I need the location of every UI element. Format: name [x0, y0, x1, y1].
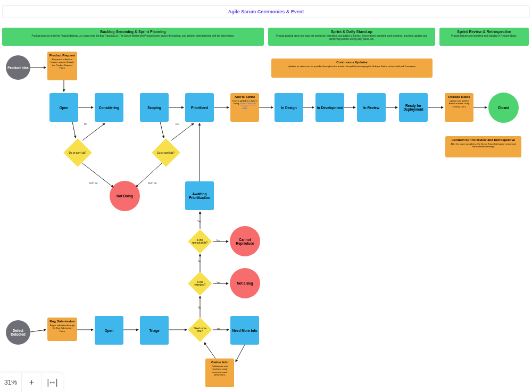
lbl-do-1: Do — [84, 123, 87, 126]
node-cannot-reproduce: Cannot Reproduce — [230, 226, 260, 256]
note-release-notes-title: Release Notes — [447, 95, 471, 98]
zoom-percent[interactable]: 31% — [0, 379, 21, 386]
note-bug-submission-desc: Bug is submitted through the Bug Submiss… — [49, 324, 75, 332]
note-add-sprint: Add to Sprint Item is added to a Sprint … — [230, 93, 259, 122]
lbl-do-2: Do — [176, 123, 179, 126]
zoom-in-button[interactable]: + — [21, 373, 41, 392]
lbl-no-3: No — [198, 306, 201, 309]
svg-line-24 — [30, 330, 46, 332]
diagram-canvas[interactable]: Agile Scrum Ceremonies & Event Backlog G… — [0, 0, 532, 392]
node-awaiting: Awaiting Prioritization — [185, 181, 214, 210]
note-conduct-review: Conduct Sprint Review and Retrospective … — [445, 136, 521, 157]
lbl-yes-1: Yes — [197, 220, 201, 223]
svg-line-29 — [204, 343, 215, 358]
arrows-layer — [0, 0, 532, 392]
band-sprint: Sprint & Daily Stand-up Product backlog … — [268, 28, 435, 46]
node-open: Open — [49, 93, 78, 122]
node-prioritized: Prioritized — [185, 93, 214, 122]
band-sprint-desc: Product backlog items and bugs are prior… — [271, 35, 432, 40]
decision-do1: Do or don't do? — [63, 138, 92, 167]
svg-line-14 — [171, 123, 194, 140]
lbl-dontdo-2: Don't do — [148, 182, 157, 185]
node-open2: Open — [95, 316, 123, 345]
note-gather-info: Gather Info Collaborate with requestor u… — [205, 358, 234, 387]
band-review-title: Sprint Review & Retrospective — [443, 30, 526, 34]
node-product-idea: Product Idea — [6, 55, 30, 80]
node-ready-deploy: Ready for Deployment — [399, 93, 428, 122]
svg-line-15 — [82, 163, 113, 187]
node-considering: Considering — [95, 93, 123, 122]
svg-line-12 — [160, 122, 164, 138]
note-product-request-title: Product Request — [49, 54, 75, 57]
lbl-yes-3: Yes — [217, 328, 220, 330]
node-in-design: In Design — [275, 93, 303, 122]
note-conduct-review-desc: After the sprint completes, the Scrum Te… — [447, 143, 519, 148]
lbl-no-1: No — [217, 239, 220, 242]
band-review: Sprint Review & Retrospective Product fe… — [439, 28, 529, 46]
node-closed: Closed — [488, 93, 519, 123]
note-continuous-updates: Continuous Updates Updates on status can… — [271, 59, 433, 78]
svg-line-11 — [72, 122, 76, 138]
band-sprint-title: Sprint & Daily Stand-up — [271, 30, 432, 34]
node-triage: Triage — [140, 316, 169, 345]
node-in-development: In Development — [315, 93, 344, 122]
lbl-yes-2: Yes — [217, 281, 220, 284]
zoom-toolbar: 31% + |↔| — [0, 373, 63, 392]
node-not-a-bug: Not a Bug — [230, 268, 260, 298]
lbl-no-2: No — [198, 260, 201, 263]
node-need-more-info: Need More Info — [230, 316, 259, 345]
note-add-sprint-desc: Item is added to a Sprint using Tasks in… — [232, 99, 257, 108]
svg-line-28 — [236, 345, 245, 362]
note-product-request-desc: Requestor submits a feature request thro… — [49, 58, 75, 69]
note-release-notes-desc: Update and publish Release Notes using C… — [447, 99, 471, 108]
band-review-desc: Product features are launched and includ… — [443, 35, 526, 38]
band-backlog: Backlog Grooming & Sprint Planning Produ… — [2, 28, 264, 46]
decision-reproducible: Is this reproducible? — [188, 229, 212, 253]
node-defect-detected: Defect Detected — [6, 320, 30, 345]
note-cu-desc: Updates on status can be provided throug… — [273, 65, 430, 68]
note-bug-submission-title: Bug Submission — [49, 320, 75, 323]
note-cu-title: Continuous Updates — [273, 61, 430, 64]
band-backlog-title: Backlog Grooming & Sprint Planning — [5, 30, 261, 34]
lbl-dontdo-1: Don't do — [89, 182, 98, 185]
fit-width-button[interactable]: |↔| — [41, 373, 62, 392]
note-product-request: Product Request Requestor submits a feat… — [47, 52, 77, 80]
node-not-doing: Not Doing — [110, 181, 140, 211]
svg-line-13 — [82, 123, 105, 140]
band-backlog-desc: Product requests enter the Product Backl… — [5, 35, 261, 38]
decision-intended: Is this intended? — [188, 271, 212, 295]
node-scoping: Scoping — [140, 93, 169, 122]
note-release-notes: Release Notes Update and publish Release… — [445, 93, 473, 122]
note-gather-info-title: Gather Info — [207, 361, 232, 364]
note-gather-info-desc: Collaborate with requestor using comment… — [207, 365, 232, 376]
note-bug-submission: Bug Submission Bug is submitted through … — [47, 318, 77, 341]
decision-do2: Do or don't do? — [152, 138, 180, 167]
decision-need-more-info: Need more info? — [188, 318, 212, 341]
link-tasks-multiple-lists[interactable]: Tasks in Multiple Lists — [239, 102, 256, 107]
diagram-title: Agile Scrum Ceremonies & Event — [2, 5, 530, 18]
node-in-review: In Review — [357, 93, 386, 122]
note-conduct-review-title: Conduct Sprint Review and Retrospective — [447, 138, 519, 141]
note-add-sprint-title: Add to Sprint — [232, 95, 257, 98]
